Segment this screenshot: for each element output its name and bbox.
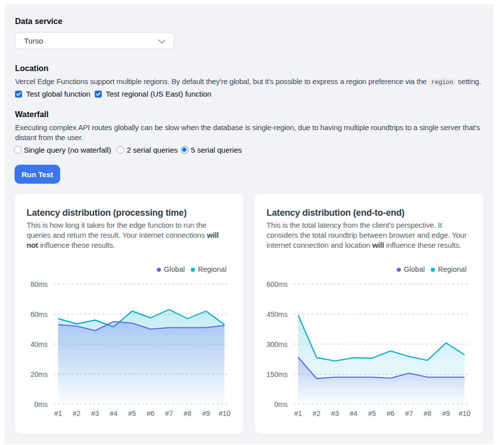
svg-text:#10: #10	[458, 409, 470, 417]
svg-text:#4: #4	[350, 409, 358, 417]
svg-text:#5: #5	[128, 409, 136, 417]
svg-text:#7: #7	[165, 409, 173, 417]
svg-text:0ms: 0ms	[275, 400, 288, 408]
svg-text:450ms: 450ms	[267, 310, 288, 318]
svg-text:#10: #10	[218, 409, 230, 417]
svg-text:#3: #3	[331, 409, 339, 417]
svg-text:40ms: 40ms	[31, 340, 48, 348]
svg-text:80ms: 80ms	[31, 280, 48, 288]
svg-text:#1: #1	[54, 409, 62, 417]
svg-text:#8: #8	[184, 409, 192, 417]
svg-text:#7: #7	[405, 409, 413, 417]
svg-text:#6: #6	[387, 409, 395, 417]
svg-text:#6: #6	[147, 409, 155, 417]
svg-text:#9: #9	[202, 409, 210, 417]
svg-text:#4: #4	[110, 409, 118, 417]
svg-text:150ms: 150ms	[267, 370, 288, 378]
svg-text:#9: #9	[442, 409, 450, 417]
svg-text:600ms: 600ms	[267, 280, 288, 288]
svg-text:#3: #3	[91, 409, 99, 417]
svg-text:#2: #2	[73, 409, 81, 417]
svg-text:#5: #5	[368, 409, 376, 417]
svg-text:20ms: 20ms	[31, 370, 48, 378]
svg-text:#1: #1	[294, 409, 302, 417]
svg-text:#2: #2	[313, 409, 321, 417]
svg-text:#8: #8	[424, 409, 432, 417]
svg-text:60ms: 60ms	[31, 310, 48, 318]
svg-text:0ms: 0ms	[35, 400, 48, 408]
svg-text:300ms: 300ms	[267, 340, 288, 348]
